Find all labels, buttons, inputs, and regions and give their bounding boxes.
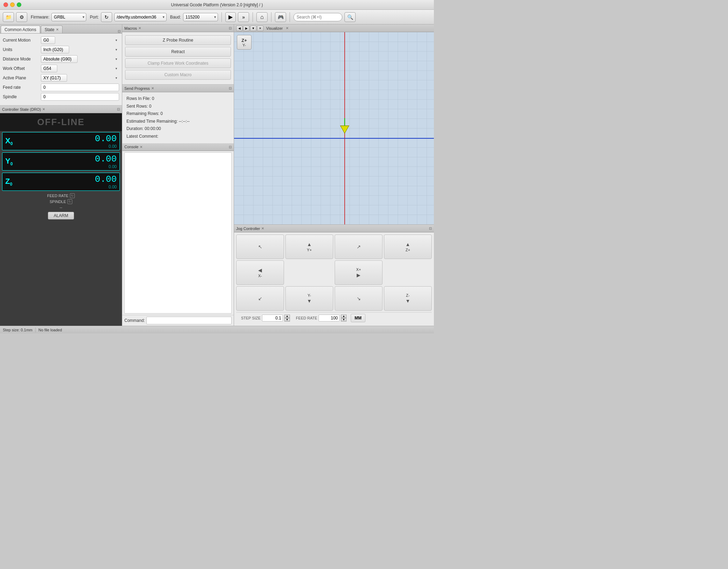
active-plane-select[interactable]: XY (G17) (41, 74, 67, 82)
custom-macro-button[interactable]: Custom Macro (125, 70, 231, 80)
close-button[interactable] (3, 2, 8, 7)
toolbar-separator4 (290, 12, 290, 22)
jog-x-minus-button[interactable]: ◀ X- (236, 260, 284, 285)
retract-button[interactable]: Retract (125, 47, 231, 57)
jog-bot-right-button[interactable]: ↘ (335, 286, 383, 311)
port-refresh-icon[interactable]: ↻ (101, 12, 112, 22)
home-button[interactable]: ⌂ (256, 12, 268, 22)
work-offset-select[interactable]: G54 (41, 65, 57, 72)
vis-z-plus-button[interactable]: Z+ Y- (237, 35, 252, 50)
dro-feed-rate-icon[interactable]: ↻ (70, 193, 75, 198)
estimated-time: Estimated Time Remaining: --:--:-- (126, 118, 230, 125)
dro-maximize-icon[interactable]: ⊡ (117, 107, 120, 111)
spindle-input[interactable] (41, 93, 119, 101)
vis-nav-back-icon[interactable]: ◀ (236, 26, 242, 31)
macros-panel: Macros ✕ ⊡ Z Probe Routine Retract Clamp… (122, 24, 234, 85)
tab-state[interactable]: State ✕ (41, 26, 63, 33)
jog-z-minus-down-arrow-icon: ▼ (406, 298, 410, 304)
units-select[interactable]: Inch (G20) (41, 46, 69, 53)
dro-axis-y: Y0 0.00 0.00 (2, 152, 120, 171)
vis-nav-forward-icon[interactable]: ▶ (243, 26, 249, 31)
alarm-button[interactable]: ALARM (48, 212, 74, 219)
left-panel-maximize-icon[interactable]: ⊡ (118, 29, 121, 33)
macros-header: Macros ✕ ⊡ (122, 24, 234, 32)
console-maximize-icon[interactable]: ⊡ (229, 145, 232, 149)
visualizer-close-icon[interactable]: ✕ (286, 26, 289, 30)
status-separator (35, 327, 36, 332)
jog-bot-left-button[interactable]: ↙ (236, 286, 284, 311)
jog-z-plus-button[interactable]: ▲ Z+ (384, 235, 432, 259)
work-offset-label: Work Offset (3, 66, 39, 71)
state-tab-close-icon[interactable]: ✕ (56, 28, 59, 31)
port-select[interactable]: /dev/tty.usbmodem36 (114, 13, 167, 21)
jog-z-plus-up-arrow-icon: ▲ (406, 242, 410, 247)
field-units: Units Inch (G20) ▼ (3, 46, 119, 53)
step-size-stepper: ▲ ▼ (284, 315, 290, 322)
sent-rows: Sent Rows: 0 (126, 103, 230, 110)
distance-mode-select[interactable]: Absolute (G90) (41, 55, 78, 63)
search-input[interactable] (293, 13, 342, 21)
tab-common-actions-label: Common Actions (5, 27, 36, 32)
minimize-button[interactable] (10, 2, 15, 7)
active-plane-label: Active Plane (3, 75, 39, 80)
dro-z-value: 0.00 0.00 (16, 174, 117, 189)
duration: Duration: 00:00:00 (126, 125, 230, 133)
vis-nav-close-icon[interactable]: ✕ (257, 26, 263, 31)
step-size-up-button[interactable]: ▲ (284, 315, 290, 318)
visualizer-grid[interactable] (234, 32, 434, 224)
jog-feed-rate-input[interactable] (319, 315, 340, 322)
dro-sep-row: -- (60, 205, 62, 209)
feed-rate-input[interactable] (41, 84, 119, 91)
baud-select[interactable]: 115200 (183, 13, 218, 21)
window-title: Universal Gcode Platform (Version 2.0 [n… (171, 2, 263, 7)
current-motion-select[interactable]: G0 (41, 36, 55, 44)
macros-maximize-icon[interactable]: ⊡ (229, 26, 232, 30)
step-size-label: STEP SIZE (236, 316, 261, 320)
z-probe-routine-button[interactable]: Z Probe Routine (125, 35, 231, 45)
tab-common-actions[interactable]: Common Actions (1, 26, 40, 33)
gamepad-icon[interactable]: 🎮 (275, 12, 286, 22)
dro-x-value: 0.00 0.00 (16, 134, 117, 149)
settings-icon[interactable]: ⚙ (16, 12, 27, 22)
console-close-icon[interactable]: ✕ (140, 145, 143, 149)
jog-top-left-button[interactable]: ↖ (236, 235, 284, 259)
step-size-input[interactable] (262, 315, 283, 322)
step-size-status: Step size: 0.1mm (3, 328, 32, 332)
jog-z-minus-label: Z- (406, 293, 409, 297)
send-progress-maximize-icon[interactable]: ⊡ (229, 86, 232, 90)
maximize-button[interactable] (17, 2, 21, 7)
dro-title: Controller State (DRO) (2, 107, 41, 111)
more-icon[interactable]: » (238, 12, 249, 22)
feed-rate-down-button[interactable]: ▼ (341, 318, 347, 322)
dro-spindle-row: SPINDLE ↻ (50, 199, 72, 204)
jog-x-plus-button[interactable]: X+ ▶ (335, 260, 383, 285)
jog-z-minus-button[interactable]: Z- ▼ (384, 286, 432, 311)
jog-y-minus-button[interactable]: Y- ▼ (285, 286, 333, 311)
latest-comment: Latest Comment: (126, 133, 230, 141)
clamp-fixture-button[interactable]: Clamp Fixture Work Coordinates (125, 58, 231, 68)
vis-nav-down-icon[interactable]: ▼ (250, 26, 256, 31)
send-progress-close-icon[interactable]: ✕ (151, 86, 154, 90)
jog-maximize-icon[interactable]: ⊡ (429, 226, 432, 230)
run-button[interactable]: ▶ (225, 12, 236, 22)
search-icon[interactable]: 🔍 (344, 12, 356, 22)
feed-rate-up-button[interactable]: ▲ (341, 315, 347, 318)
field-feed-rate: Feed rate (3, 84, 119, 91)
distance-mode-label: Distance Mode (3, 57, 39, 62)
command-input[interactable] (146, 317, 232, 324)
dro-close-icon[interactable]: ✕ (42, 107, 45, 111)
jog-close-icon[interactable]: ✕ (261, 226, 264, 230)
field-current-motion: Current Motion G0 ▼ (3, 36, 119, 44)
dro-panel: Controller State (DRO) ✕ ⊡ OFF-LINE X0 0… (0, 106, 122, 326)
dro-spindle-icon[interactable]: ↻ (67, 199, 72, 204)
send-progress-content: Rows In File: 0 Sent Rows: 0 Remaining R… (122, 92, 234, 143)
jog-y-plus-up-arrow-icon: ▲ (307, 242, 312, 247)
tab-state-label: State (45, 27, 54, 32)
jog-top-right-button[interactable]: ↗ (335, 235, 383, 259)
firmware-select[interactable]: GRBL (51, 13, 86, 21)
jog-y-plus-button[interactable]: ▲ Y+ (285, 235, 333, 259)
macros-close-icon[interactable]: ✕ (138, 26, 141, 30)
folder-icon[interactable]: 📁 (3, 12, 14, 22)
step-size-down-button[interactable]: ▼ (284, 318, 290, 322)
unit-toggle-button[interactable]: MM (351, 314, 365, 322)
